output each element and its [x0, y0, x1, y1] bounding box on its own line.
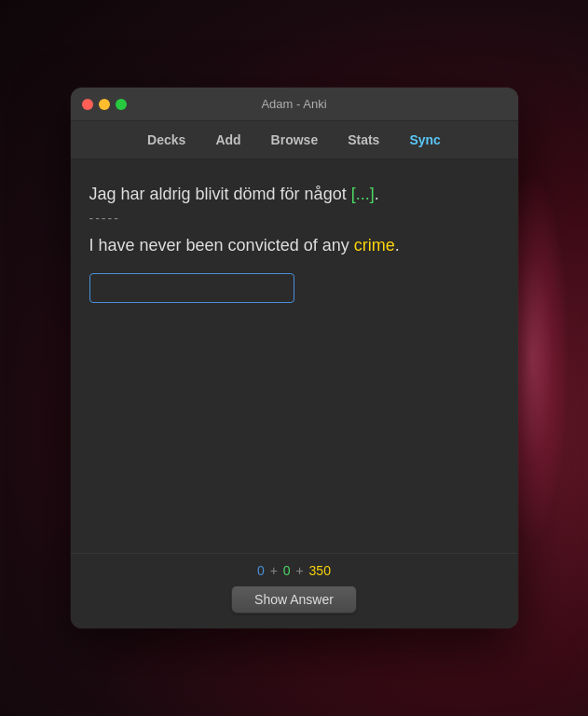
anki-window: Adam - Anki Decks Add Browse Stats Sync … [71, 88, 518, 628]
plus-2: + [296, 563, 304, 578]
bottom-bar: 0 + 0 + 350 Show Answer [71, 553, 518, 628]
swedish-sentence: Jag har aldrig blivit dömd för något [..… [89, 182, 499, 207]
count-new: 0 [257, 563, 265, 578]
close-button[interactable] [82, 99, 93, 110]
english-keyword: crime [354, 236, 395, 255]
card-content: Jag har aldrig blivit dömd för något [..… [89, 182, 499, 538]
type-answer-input[interactable] [89, 273, 294, 303]
nav-decks[interactable]: Decks [132, 129, 200, 151]
card-separator: ----- [89, 211, 499, 226]
minimize-button[interactable] [99, 99, 110, 110]
swedish-hint: [...] [351, 185, 375, 203]
window-title: Adam - Anki [261, 97, 326, 111]
show-answer-button[interactable]: Show Answer [231, 585, 357, 613]
english-before: I have never been convicted of any [89, 236, 354, 255]
titlebar: Adam - Anki [71, 88, 518, 121]
card-area: Jag har aldrig blivit dömd för något [..… [71, 159, 518, 553]
nav-stats[interactable]: Stats [333, 129, 394, 151]
swedish-before: Jag har aldrig blivit dömd för något [89, 185, 351, 203]
traffic-lights [82, 99, 127, 110]
nav-add[interactable]: Add [200, 129, 255, 151]
navbar: Decks Add Browse Stats Sync [71, 121, 518, 159]
count-review: 350 [309, 563, 331, 578]
nav-sync[interactable]: Sync [394, 129, 455, 151]
plus-1: + [270, 563, 278, 578]
nav-browse[interactable]: Browse [256, 129, 334, 151]
card-counts: 0 + 0 + 350 [257, 563, 331, 578]
english-after: . [395, 236, 400, 255]
english-sentence: I have never been convicted of any crime… [89, 233, 499, 258]
swedish-after: . [375, 185, 379, 203]
count-learning: 0 [283, 563, 291, 578]
maximize-button[interactable] [116, 99, 127, 110]
